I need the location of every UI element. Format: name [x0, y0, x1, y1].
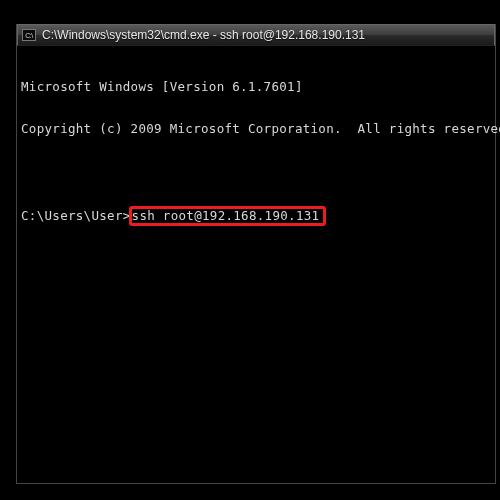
terminal-area[interactable]: Microsoft Windows [Version 6.1.7601] Cop… [17, 46, 495, 258]
blank-line [21, 164, 491, 178]
copyright-line: Copyright (c) 2009 Microsoft Corporation… [21, 122, 491, 136]
cmd-icon-text: C:\ [25, 32, 32, 39]
prompt-line: C:\Users\User>ssh root@192.168.190.131 [21, 206, 491, 226]
cmd-icon: C:\ [22, 29, 36, 41]
window-titlebar[interactable]: C:\ C:\Windows\system32\cmd.exe - ssh ro… [17, 24, 495, 46]
command-text: ssh root@192.168.190.131 [132, 208, 320, 223]
prompt-text: C:\Users\User> [21, 209, 131, 223]
version-line: Microsoft Windows [Version 6.1.7601] [21, 80, 491, 94]
command-highlight: ssh root@192.168.190.131 [129, 206, 327, 226]
window-title: C:\Windows\system32\cmd.exe - ssh root@1… [42, 28, 365, 42]
command-prompt-window: C:\ C:\Windows\system32\cmd.exe - ssh ro… [16, 24, 496, 484]
